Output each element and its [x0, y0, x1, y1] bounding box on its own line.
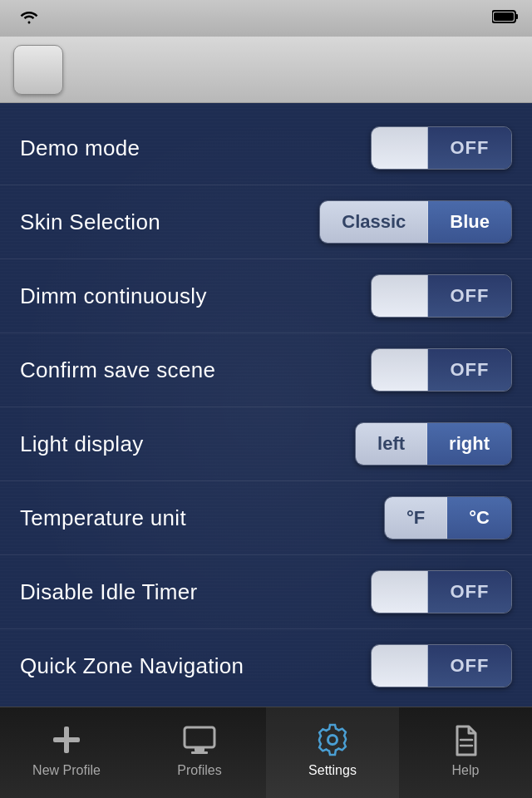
- toggle-track-demo-mode: [372, 126, 428, 170]
- seg-option-skin-selection-1[interactable]: Blue: [428, 201, 511, 243]
- settings-row-confirm-save-scene: Confirm save sceneOFF: [0, 333, 532, 407]
- tab-label-settings: Settings: [308, 763, 357, 778]
- wifi-icon: [20, 7, 38, 29]
- tab-help[interactable]: Help: [399, 707, 532, 798]
- toggle-value-demo-mode: OFF: [428, 126, 511, 170]
- segmented-temperature-unit: °F°C: [384, 496, 512, 539]
- toggle-quick-zone-navigation[interactable]: OFF: [371, 644, 512, 687]
- tab-icon-settings: [314, 722, 351, 758]
- toggle-dimm-continuously[interactable]: OFF: [371, 274, 512, 318]
- svg-rect-5: [185, 727, 214, 747]
- svg-rect-7: [191, 751, 208, 754]
- toggle-track-confirm-save-scene: [372, 348, 428, 392]
- close-bar: [0, 37, 532, 103]
- status-left: [13, 7, 38, 29]
- toggle-confirm-save-scene[interactable]: OFF: [371, 348, 512, 392]
- tab-settings[interactable]: Settings: [266, 707, 399, 798]
- settings-row-quick-zone-navigation: Quick Zone NavigationOFF: [0, 629, 532, 702]
- settings-row-skin-selection: Skin SelectionClassicBlue: [0, 185, 532, 259]
- svg-rect-1: [515, 14, 518, 19]
- toggle-value-dimm-continuously: OFF: [428, 274, 511, 318]
- segmented-skin-selection: ClassicBlue: [319, 200, 512, 244]
- toggle-track-disable-idle-timer: [372, 570, 428, 613]
- tab-icon-new-profile: [48, 722, 85, 758]
- settings-label-demo-mode: Demo mode: [20, 135, 140, 161]
- tab-icon-help: [447, 722, 484, 758]
- seg-option-temperature-unit-0[interactable]: °F: [385, 497, 447, 539]
- seg-option-temperature-unit-1[interactable]: °C: [447, 497, 511, 539]
- svg-rect-2: [494, 12, 514, 21]
- segmented-light-display: leftright: [355, 422, 512, 466]
- toggle-disable-idle-timer[interactable]: OFF: [371, 570, 512, 613]
- tab-bar: New Profile Profiles Settings Help: [0, 707, 532, 798]
- toggle-track-quick-zone-navigation: [372, 644, 428, 687]
- settings-row-disable-idle-timer: Disable Idle TimerOFF: [0, 555, 532, 629]
- battery-icon: [492, 9, 519, 28]
- toggle-value-disable-idle-timer: OFF: [428, 570, 511, 613]
- settings-label-temperature-unit: Temperature unit: [20, 505, 186, 531]
- settings-label-skin-selection: Skin Selection: [20, 209, 160, 235]
- tab-icon-profiles: [181, 722, 218, 758]
- seg-option-light-display-1[interactable]: right: [427, 423, 511, 465]
- toggle-track-dimm-continuously: [372, 274, 428, 318]
- toggle-value-quick-zone-navigation: OFF: [428, 644, 511, 687]
- tab-label-new-profile: New Profile: [32, 763, 101, 778]
- svg-rect-4: [53, 737, 80, 742]
- settings-label-confirm-save-scene: Confirm save scene: [20, 357, 215, 383]
- tab-label-profiles: Profiles: [177, 763, 221, 778]
- tab-label-help: Help: [452, 763, 480, 778]
- toggle-value-confirm-save-scene: OFF: [428, 348, 511, 392]
- svg-rect-6: [195, 747, 204, 751]
- settings-label-quick-zone-navigation: Quick Zone Navigation: [20, 653, 244, 679]
- settings-row-temperature-unit: Temperature unit°F°C: [0, 481, 532, 555]
- settings-label-disable-idle-timer: Disable Idle Timer: [20, 579, 197, 605]
- main-content: Demo modeOFFSkin SelectionClassicBlueDim…: [0, 103, 532, 707]
- tab-profiles[interactable]: Profiles: [133, 707, 266, 798]
- seg-option-skin-selection-0[interactable]: Classic: [320, 201, 428, 243]
- settings-row-demo-mode: Demo modeOFF: [0, 111, 532, 185]
- settings-label-dimm-continuously: Dimm continuously: [20, 283, 207, 309]
- settings-row-dimm-continuously: Dimm continuouslyOFF: [0, 259, 532, 333]
- seg-option-light-display-0[interactable]: left: [356, 423, 427, 465]
- settings-row-light-display: Light displayleftright: [0, 407, 532, 481]
- close-button[interactable]: [13, 45, 63, 95]
- toggle-demo-mode[interactable]: OFF: [371, 126, 512, 170]
- tab-new-profile[interactable]: New Profile: [0, 707, 133, 798]
- status-bar: [0, 0, 532, 37]
- settings-label-light-display: Light display: [20, 431, 143, 457]
